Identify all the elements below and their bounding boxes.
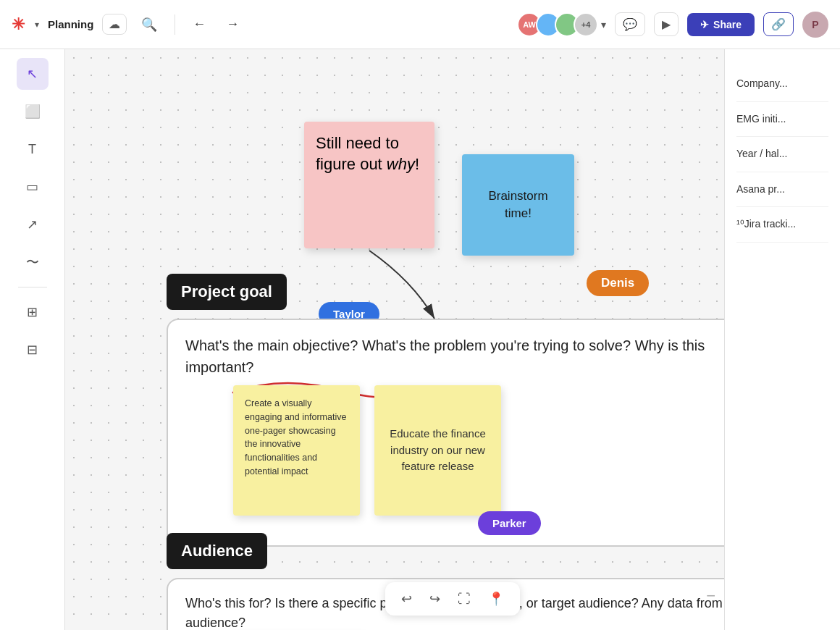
tool-text[interactable]: T (17, 133, 49, 165)
right-panel-item-5[interactable]: ¹⁰Jira tracki... (736, 207, 828, 243)
sidebar: ↖ ⬜ T ▭ ↗ 〜 ⊞ ⊟ (0, 49, 65, 630)
tool-arrow[interactable]: ↗ (17, 209, 49, 240)
pill-parker[interactable]: Parker (478, 511, 541, 535)
sidebar-separator (18, 287, 47, 287)
expand-button[interactable]: ⛶ (453, 589, 475, 610)
sticky-one-pager[interactable]: Create a visually engaging and informati… (233, 385, 360, 516)
sticky-educate[interactable]: Educate the finance industry on our new … (374, 385, 501, 516)
right-panel: Company... EMG initi... Year / hal... As… (724, 49, 840, 630)
cloud-button[interactable]: ☁ (102, 14, 127, 35)
user-avatar[interactable]: P (802, 12, 828, 38)
topbar: ✳ ▾ Planning ☁ 🔍 ← → AW +4 ▾ 💬 ▶ ✈ Share… (0, 0, 840, 49)
topbar-divider (175, 14, 175, 35)
tool-frame[interactable]: ⬜ (17, 96, 49, 127)
label-project-goal[interactable]: Project goal (167, 274, 287, 310)
undo-toolbar-button[interactable]: ↩ (397, 588, 416, 610)
bottom-toolbar: ↩ ↪ ⛶ 📍 (385, 582, 520, 616)
link-button[interactable]: 🔗 (763, 12, 794, 36)
right-panel-item-1[interactable]: Company... (736, 67, 828, 102)
tool-rectangle[interactable]: ▭ (17, 171, 49, 203)
redo-button[interactable]: → (220, 14, 245, 35)
sticky-brainstorm[interactable]: Brainstorm time! (462, 154, 574, 256)
search-button[interactable]: 🔍 (135, 14, 163, 35)
pill-parker-label: Parker (492, 517, 526, 529)
right-panel-item-4[interactable]: Asana pr... (736, 172, 828, 208)
tool-select[interactable]: ↖ (17, 58, 49, 90)
share-label: Share (713, 19, 742, 30)
pill-denis-label: Denis (601, 276, 634, 290)
collapse-button[interactable]: − (706, 587, 715, 605)
share-button[interactable]: ✈ Share (687, 13, 755, 36)
right-panel-item-3[interactable]: Year / hal... (736, 137, 828, 172)
card-project-goal[interactable]: What's the main objective? What's the pr… (167, 319, 775, 547)
app-logo[interactable]: ✳ (12, 15, 25, 34)
pin-button[interactable]: 📍 (484, 588, 508, 610)
present-button[interactable]: ▶ (654, 12, 679, 36)
undo-button[interactable]: ← (187, 14, 211, 35)
sticky-brainstorm-text: Brainstorm time! (474, 188, 563, 222)
logo-dropdown-icon[interactable]: ▾ (35, 20, 39, 30)
avatar-count[interactable]: +4 (574, 12, 598, 37)
label-audience-text: Audience (181, 542, 253, 560)
label-project-goal-text: Project goal (181, 282, 272, 301)
share-icon: ✈ (700, 19, 709, 30)
app-title: Planning (48, 18, 93, 30)
avatars-group: AW +4 ▾ (517, 12, 606, 37)
comment-button[interactable]: 💬 (615, 12, 645, 36)
avatar-dropdown-button[interactable]: ▾ (601, 19, 606, 30)
tool-pen[interactable]: 〜 (17, 246, 49, 278)
tool-table[interactable]: ⊟ (17, 334, 49, 366)
pill-denis[interactable]: Denis (587, 270, 649, 296)
sticky-why-text: Still need to figure out why! (316, 134, 419, 173)
label-audience[interactable]: Audience (167, 533, 267, 569)
right-panel-item-2[interactable]: EMG initi... (736, 102, 828, 138)
sticky-educate-text: Educate the finance industry on our new … (386, 426, 490, 475)
sticky-why[interactable]: Still need to figure out why! (304, 122, 434, 248)
card-project-goal-text: What's the main objective? What's the pr… (185, 335, 756, 378)
sticky-one-pager-text: Create a visually engaging and informati… (245, 398, 346, 476)
tool-grid[interactable]: ⊞ (17, 296, 49, 328)
redo-toolbar-button[interactable]: ↪ (425, 588, 445, 610)
